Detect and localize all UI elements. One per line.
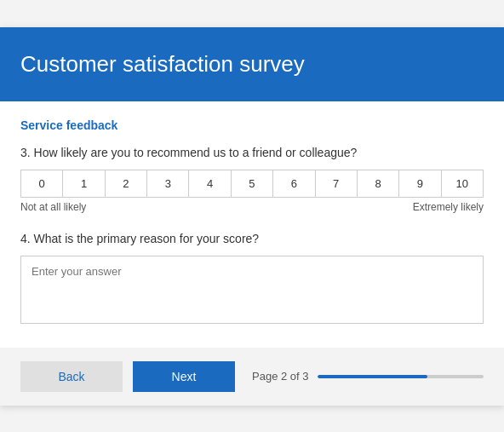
nps-cell-6[interactable]: 6 [273,170,315,197]
nps-scale: 0 1 2 3 4 5 6 7 8 9 10 Not at all likely… [20,170,484,213]
survey-header: Customer satisfaction survey [0,27,504,101]
nps-cell-8[interactable]: 8 [358,170,399,197]
nps-cell-1[interactable]: 1 [63,170,105,197]
page-indicator: Page 2 of 3 [252,370,484,383]
nps-cell-5[interactable]: 5 [232,170,273,197]
question-4: 4. What is the primary reason for your s… [20,232,484,327]
question-3-label: 3. How likely are you to recommend us to… [20,146,484,159]
nps-cell-9[interactable]: 9 [399,170,441,197]
nps-cell-7[interactable]: 7 [316,170,358,197]
nps-label-right: Extremely likely [413,201,484,213]
next-button[interactable]: Next [133,361,235,392]
nps-labels: Not at all likely Extremely likely [20,201,484,213]
nps-cell-2[interactable]: 2 [106,170,147,197]
survey-title: Customer satisfaction survey [20,51,484,78]
section-title: Service feedback [20,118,484,132]
page-text: Page 2 of 3 [252,370,309,383]
survey-footer: Back Next Page 2 of 3 [0,348,504,406]
nps-label-left: Not at all likely [20,201,86,213]
progress-bar-container [318,375,484,378]
question-4-label: 4. What is the primary reason for your s… [20,232,484,245]
nps-cell-10[interactable]: 10 [442,170,483,197]
answer-textarea[interactable] [20,256,484,324]
nps-cell-3[interactable]: 3 [147,170,189,197]
nps-cell-0[interactable]: 0 [21,170,63,197]
nps-cell-4[interactable]: 4 [189,170,231,197]
progress-bar-fill [318,375,427,378]
survey-container: Customer satisfaction survey Service fee… [0,27,504,406]
back-button[interactable]: Back [20,361,123,392]
nps-cells: 0 1 2 3 4 5 6 7 8 9 10 [20,170,484,198]
survey-body: Service feedback 3. How likely are you t… [0,101,504,327]
